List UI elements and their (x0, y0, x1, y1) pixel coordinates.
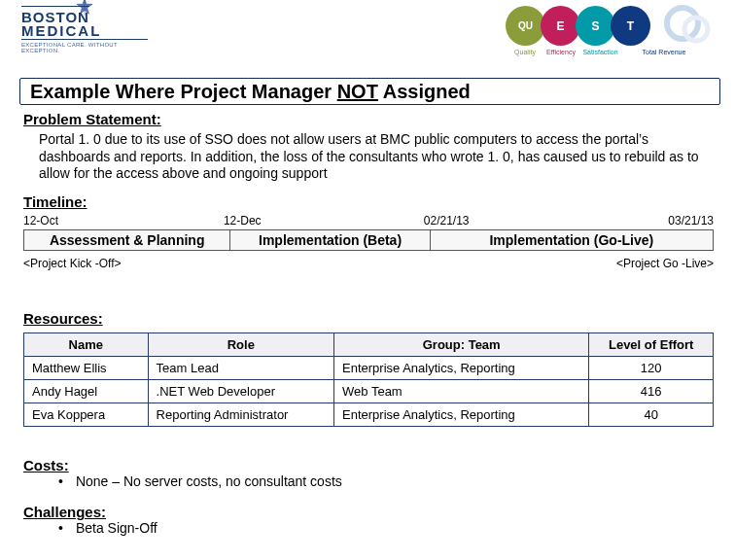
quest-tag-quality: Quality (506, 49, 544, 55)
resources-label: Resources: (23, 310, 714, 327)
cell-role: Reporting Administrator (148, 403, 333, 427)
table-row: Matthew Ellis Team Lead Enterprise Analy… (24, 357, 714, 380)
table-row: Eva Koppera Reporting Administrator Ente… (24, 403, 714, 427)
challenges-text: Beta Sign-Off (76, 520, 158, 536)
quest-tags: Quality Efficiency Satisfaction Total Re… (506, 49, 710, 55)
quest-t-icon: T (611, 6, 650, 46)
timeline-notes: <Project Kick -Off> <Project Go -Live> (23, 257, 714, 278)
page-title: Example Where Project Manager NOT Assign… (20, 79, 719, 105)
cell-loe: 40 (589, 403, 714, 427)
cell-group: Enterprise Analytics, Reporting (334, 357, 589, 380)
quest-tag-revenue: Total Revenue (618, 49, 710, 55)
timeline-date-1: 12-Oct (23, 214, 58, 228)
header: BOSTON MEDICAL EXCEPTIONAL CARE. WITHOUT… (21, 6, 714, 70)
timeline-date-4: 03/21/13 (668, 214, 714, 228)
bullet-icon: • (58, 473, 72, 489)
th-name: Name (24, 333, 149, 357)
cell-name: Andy Hagel (24, 380, 149, 403)
costs-item: • None – No server costs, no consultant … (58, 473, 714, 489)
quest-tag-efficiency: Efficiency (540, 49, 582, 55)
challenges-section: Challenges: • Beta Sign-Off (23, 504, 714, 536)
th-group: Group: Team (334, 333, 589, 357)
quest-rings-icon (661, 4, 716, 49)
th-role: Role (148, 333, 333, 357)
title-prefix: Example Where Project Manager (30, 81, 337, 102)
timeline-phase-beta: Implementation (Beta) (230, 230, 430, 250)
timeline-phases: Assessment & Planning Implementation (Be… (23, 229, 714, 251)
th-loe: Level of Effort (589, 333, 714, 357)
problem-label: Problem Statement: (23, 111, 708, 127)
bmc-brand-top: BOSTON (21, 6, 89, 25)
timeline-note-golive: <Project Go -Live> (616, 257, 714, 270)
cell-role: Team Lead (148, 357, 333, 380)
problem-body: Portal 1. 0 due to its use of SSO does n… (39, 131, 706, 183)
quest-q-icon: QU (506, 6, 545, 46)
cell-name: Matthew Ellis (24, 357, 149, 380)
bullet-icon: • (58, 520, 72, 536)
quest-e-icon: E (541, 6, 580, 46)
timeline-label: Timeline: (23, 193, 714, 210)
table-header-row: Name Role Group: Team Level of Effort (24, 333, 714, 357)
cell-loe: 416 (589, 380, 714, 403)
timeline-date-2: 12-Dec (224, 214, 262, 228)
timeline-section: Timeline: 12-Oct 12-Dec 02/21/13 03/21/1… (23, 193, 714, 278)
timeline-phase-assessment: Assessment & Planning (24, 230, 230, 250)
timeline-phase-golive: Implementation (Go-Live) (431, 230, 713, 250)
challenges-item: • Beta Sign-Off (58, 520, 714, 536)
bmc-tagline: EXCEPTIONAL CARE. WITHOUT EXCEPTION. (21, 39, 148, 53)
timeline-dates: 12-Oct 12-Dec 02/21/13 03/21/13 (23, 214, 714, 229)
cell-loe: 120 (589, 357, 714, 380)
table-row: Andy Hagel .NET Web Developer Web Team 4… (24, 380, 714, 403)
challenges-label: Challenges: (23, 504, 714, 520)
quest-tag-satisfaction: Satisfaction (578, 49, 623, 55)
cell-group: Web Team (334, 380, 589, 403)
timeline-note-kickoff: <Project Kick -Off> (23, 257, 121, 270)
problem-section: Problem Statement: Portal 1. 0 due to it… (23, 111, 708, 183)
costs-section: Costs: • None – No server costs, no cons… (23, 457, 714, 489)
title-not: NOT (337, 81, 378, 102)
quest-circles: QU E S T (506, 6, 650, 46)
cell-role: .NET Web Developer (148, 380, 333, 403)
cell-group: Enterprise Analytics, Reporting (334, 403, 589, 427)
resources-table: Name Role Group: Team Level of Effort Ma… (23, 332, 714, 427)
title-suffix: Assigned (378, 81, 471, 102)
svg-point-2 (667, 8, 698, 39)
quest-logo: QU E S T Quality Efficiency Satisfaction… (506, 6, 710, 68)
timeline-date-3: 02/21/13 (424, 214, 470, 228)
cell-name: Eva Koppera (24, 403, 149, 427)
title-bar: Example Where Project Manager NOT Assign… (19, 78, 720, 105)
costs-text: None – No server costs, no consultant co… (76, 473, 342, 489)
costs-label: Costs: (23, 457, 714, 473)
quest-s-icon: S (576, 6, 615, 46)
bmc-logo: BOSTON MEDICAL EXCEPTIONAL CARE. WITHOUT… (21, 6, 148, 53)
slide: BOSTON MEDICAL EXCEPTIONAL CARE. WITHOUT… (0, 0, 735, 560)
resources-section: Resources: Name Role Group: Team Level o… (23, 310, 714, 427)
